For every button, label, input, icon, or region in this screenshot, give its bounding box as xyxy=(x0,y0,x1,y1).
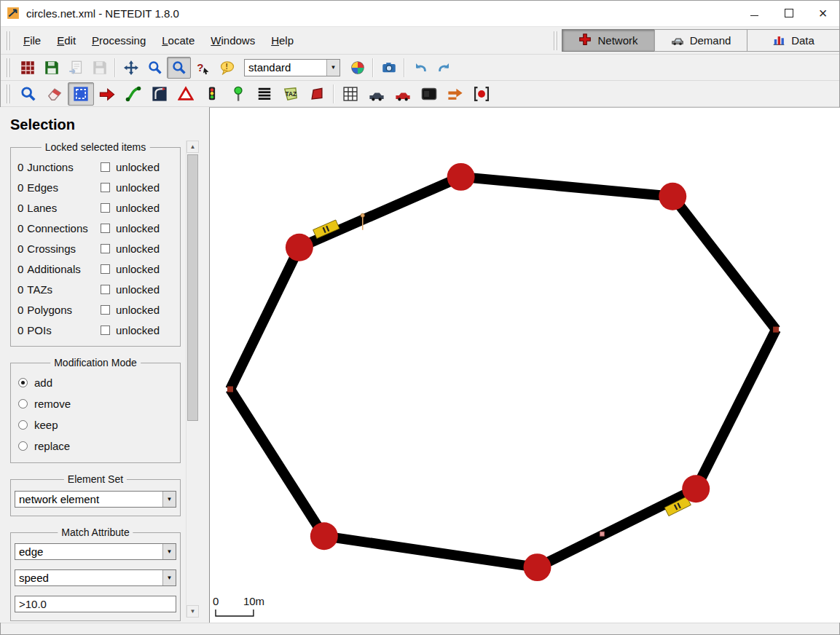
mod-option-keep[interactable]: keep xyxy=(11,414,180,435)
radio-add[interactable] xyxy=(18,378,28,387)
toolbar-grip[interactable] xyxy=(7,58,12,77)
radio-replace[interactable] xyxy=(18,441,28,451)
unlocked-checkbox[interactable] xyxy=(101,183,110,192)
grid-toggle-button[interactable] xyxy=(337,82,364,106)
wheel-icon xyxy=(350,60,365,75)
undo-button[interactable] xyxy=(408,57,432,79)
match-value-input[interactable] xyxy=(15,596,176,612)
maximize-button[interactable] xyxy=(772,0,806,26)
road-edge[interactable] xyxy=(230,389,324,536)
supermode-tab-demand[interactable]: Demand xyxy=(654,29,747,52)
open-file-button[interactable] xyxy=(63,57,87,79)
taz-mode-button[interactable]: TAZ xyxy=(278,82,304,106)
match-attribute-combo[interactable]: speed ▼ xyxy=(15,569,176,586)
zoom-region-button[interactable] xyxy=(167,57,191,79)
mod-option-remove[interactable]: remove xyxy=(11,393,180,414)
junction[interactable] xyxy=(659,183,686,210)
mod-option-add[interactable]: add xyxy=(11,372,180,393)
traffic-light-mode-button[interactable] xyxy=(199,82,225,106)
supermode-grip[interactable] xyxy=(554,31,559,50)
chevron-down-icon[interactable]: ▼ xyxy=(162,492,176,507)
chevron-down-icon[interactable]: ▼ xyxy=(162,544,176,559)
unlocked-checkbox[interactable] xyxy=(101,162,110,172)
shape-mode-button[interactable] xyxy=(304,82,330,106)
supermode-tab-data[interactable]: Data xyxy=(747,29,840,52)
menu-help[interactable]: Help xyxy=(263,31,302,51)
road-edge[interactable] xyxy=(461,177,673,197)
menu-locate[interactable]: Locate xyxy=(154,31,203,51)
chevron-down-icon[interactable]: ▼ xyxy=(162,570,176,585)
network-canvas[interactable]: 010m xyxy=(209,107,840,623)
junction[interactable] xyxy=(286,234,313,261)
junction[interactable] xyxy=(447,163,475,191)
spread-vehicles-toggle-button[interactable] xyxy=(468,82,495,106)
menubar-grip[interactable] xyxy=(7,31,12,50)
move-mode-button[interactable] xyxy=(94,82,120,106)
edit-color-scheme-button[interactable] xyxy=(345,57,369,79)
road-edge[interactable] xyxy=(230,248,299,390)
unlocked-checkbox[interactable] xyxy=(101,305,110,315)
screenshot-button[interactable] xyxy=(377,57,401,79)
element-set-combo[interactable]: network element ▼ xyxy=(15,491,176,508)
create-edge-mode-button[interactable] xyxy=(120,82,146,106)
menu-edit[interactable]: Edit xyxy=(49,31,84,51)
view-scheme-combo[interactable]: standard▼ xyxy=(244,59,340,76)
locked-row: 0Lanesunlocked xyxy=(11,197,180,218)
whats-this-button[interactable]: ? xyxy=(191,57,215,79)
moveview-icon xyxy=(124,60,138,75)
radio-remove[interactable] xyxy=(18,399,28,409)
zoom-button[interactable] xyxy=(143,57,167,79)
toolbar-grip[interactable] xyxy=(7,84,12,103)
show-connections-toggle-button[interactable] xyxy=(416,82,442,106)
chain-edges-toggle-button[interactable] xyxy=(442,82,468,106)
vehicles-toggle-button[interactable] xyxy=(364,82,390,106)
junction-small[interactable] xyxy=(773,327,779,333)
scroll-down-icon[interactable]: ▼ xyxy=(187,605,199,618)
close-button[interactable]: × xyxy=(806,0,840,26)
menu-windows[interactable]: Windows xyxy=(203,31,263,51)
unlocked-checkbox[interactable] xyxy=(101,326,110,335)
inspect-mode-button[interactable] xyxy=(15,82,42,106)
unlocked-checkbox[interactable] xyxy=(101,244,110,253)
move-view-button[interactable] xyxy=(119,57,143,79)
junction[interactable] xyxy=(524,553,552,581)
chevron-down-icon[interactable]: ▼ xyxy=(326,60,339,76)
road-edge[interactable] xyxy=(672,197,776,330)
network-view[interactable]: 010m xyxy=(210,108,840,623)
mod-option-replace[interactable]: replace xyxy=(11,435,180,457)
road-edge[interactable] xyxy=(299,177,461,248)
unlocked-checkbox[interactable] xyxy=(101,224,110,233)
delete-mode-button[interactable] xyxy=(42,82,68,106)
unlocked-checkbox[interactable] xyxy=(101,285,110,294)
sidebar-scrollbar[interactable]: ▲ ▼ xyxy=(186,141,199,618)
radio-keep[interactable] xyxy=(18,420,28,430)
road-edge[interactable] xyxy=(324,536,538,567)
road-edge[interactable] xyxy=(537,489,696,567)
savegreen-icon xyxy=(44,60,59,75)
menu-file[interactable]: File xyxy=(15,31,49,51)
connection-mode-button[interactable] xyxy=(146,82,173,106)
unlocked-checkbox[interactable] xyxy=(101,203,110,213)
select-mode-button[interactable] xyxy=(68,82,94,106)
poi-marker[interactable] xyxy=(600,532,604,536)
new-network-button[interactable] xyxy=(15,57,39,79)
minimize-button[interactable] xyxy=(737,0,772,26)
additional-mode-button[interactable] xyxy=(225,82,251,106)
crossing-mode-button[interactable] xyxy=(251,82,278,106)
junction-small[interactable] xyxy=(227,386,233,392)
tooltip-button[interactable]: ! xyxy=(215,57,239,79)
supermode-tab-network[interactable]: Network xyxy=(562,29,655,52)
scroll-thumb[interactable] xyxy=(187,154,198,421)
road-edge[interactable] xyxy=(696,330,776,489)
match-tag-combo[interactable]: edge ▼ xyxy=(15,543,176,560)
menu-processing[interactable]: Processing xyxy=(84,31,154,51)
save-file-button[interactable] xyxy=(87,57,111,79)
unlocked-checkbox[interactable] xyxy=(101,264,110,274)
junction[interactable] xyxy=(310,522,338,550)
scroll-up-icon[interactable]: ▲ xyxy=(187,141,199,153)
redo-button[interactable] xyxy=(432,57,456,79)
demand-elements-toggle-button[interactable] xyxy=(390,82,416,106)
prohibition-mode-button[interactable] xyxy=(173,82,199,106)
save-network-button[interactable] xyxy=(39,57,63,79)
junction[interactable] xyxy=(682,475,710,502)
